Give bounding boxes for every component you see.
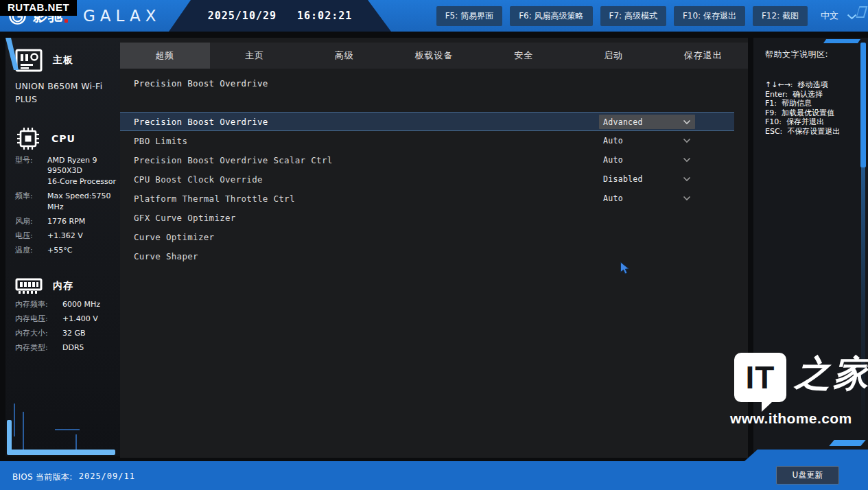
chevron-down-icon	[683, 176, 691, 182]
setting-label: PBO Limits	[134, 136, 187, 146]
cpu-frequency-row: 频率: Max Speed:5750 MHz	[15, 191, 117, 213]
chevron-down-icon	[847, 14, 857, 20]
hotkey-bar: F5: 简易界面 F6: 风扇高级策略 F7: 高级模式 F10: 保存退出 F…	[436, 5, 857, 26]
help-item-enter: Enter: 确认选择	[765, 90, 840, 100]
dropdown-cpu-boost-clock-override[interactable]: Disabled	[599, 170, 695, 189]
tab-boot[interactable]: 启动	[569, 43, 659, 69]
top-bar: 影驰 GALAX 2025/10/29 16:02:21 F5: 简易界面 F6…	[0, 0, 868, 32]
memory-size-row: 内存大小: 32 GB	[15, 328, 117, 339]
setting-row-platform-thermal-throttle[interactable]: Platform Thermal Throttle Ctrl Auto	[120, 189, 748, 208]
motherboard-icon	[15, 49, 43, 72]
memory-frequency-row: 内存频率: 6000 MHz	[15, 299, 117, 310]
setting-row-gfx-curve-optimizer[interactable]: GFX Curve Optimizer	[120, 208, 748, 227]
cpu-voltage-row: 电压: +1.362 V	[15, 231, 117, 242]
sidebar-bottom-bracket	[7, 450, 115, 455]
bios-version-value: 2025/09/11	[79, 471, 135, 483]
chevron-down-icon	[683, 119, 691, 125]
tab-bar: 超频 主页 高级 板载设备 安全 启动 保存退出	[120, 43, 748, 69]
setting-row-curve-optimizer[interactable]: Curve Optimizer	[120, 227, 748, 246]
tab-onboard-devices[interactable]: 板载设备	[389, 43, 479, 69]
bios-version: BIOS 当前版本: 2025/09/11	[12, 471, 135, 483]
help-panel-frame-decoration	[860, 43, 866, 167]
tab-home[interactable]: 主页	[210, 43, 300, 69]
dropdown-value: Advanced	[603, 117, 643, 127]
cpu-fan-row: 风扇: 1776 RPM	[15, 216, 117, 227]
setting-row-cpu-boost-clock-override[interactable]: CPU Boost Clock Override Disabled	[120, 170, 748, 189]
dropdown-precision-boost-overdrive[interactable]: Advanced	[599, 115, 695, 129]
setting-label: Platform Thermal Throttle Ctrl	[134, 194, 295, 204]
setting-label: Curve Optimizer	[134, 232, 214, 242]
help-item-f9: F9: 加载最优设置值	[765, 108, 840, 118]
rutab-watermark-badge: RUTAB.NET	[0, 0, 77, 16]
settings-panel: 超频 主页 高级 板载设备 安全 启动 保存退出 Precision Boost…	[120, 38, 748, 458]
cpu-section-label: CPU	[51, 133, 75, 144]
setting-label: Precision Boost Overdrive	[134, 117, 268, 127]
ithome-logo-cn: 之家	[795, 350, 868, 398]
help-panel-title: 帮助文字说明区:	[765, 49, 828, 60]
chevron-down-icon	[683, 196, 691, 201]
sidebar-line-decoration	[14, 404, 15, 436]
tab-advanced[interactable]: 高级	[299, 43, 389, 69]
chevron-down-icon	[683, 157, 691, 163]
tab-save-exit[interactable]: 保存退出	[658, 43, 748, 69]
motherboard-section-label: 主板	[53, 54, 73, 67]
setting-row-precision-boost-overdrive[interactable]: Precision Boost Overdrive Advanced	[120, 112, 734, 131]
dropdown-value: Auto	[603, 155, 623, 165]
chevron-down-icon	[683, 138, 691, 143]
help-item-f1: F1: 帮助信息	[765, 99, 840, 108]
setting-label: Curve Shaper	[134, 251, 198, 261]
help-item-f10: F10: 保存并退出	[765, 117, 840, 127]
datetime-panel: 2025/10/29 16:02:21	[169, 0, 391, 32]
hotkey-f12-screenshot[interactable]: F12: 截图	[753, 6, 808, 26]
tab-overclocking[interactable]: 超频	[120, 43, 210, 69]
dropdown-value: Auto	[603, 194, 623, 203]
memory-voltage-row: 内存电压: +1.400 V	[15, 314, 117, 325]
memory-type-row: 内存类型: DDR5	[15, 342, 117, 353]
tab-security[interactable]: 安全	[479, 43, 569, 69]
setting-label: GFX Curve Optimizer	[134, 213, 236, 223]
dropdown-value: Auto	[603, 136, 623, 145]
help-panel-frame-decoration	[829, 440, 866, 446]
dropdown-platform-thermal-throttle[interactable]: Auto	[599, 189, 695, 208]
hardware-info-sidebar: 主板 UNION B650M Wi-Fi PLUS CPU 型号: AMD Ry…	[5, 38, 120, 456]
cpu-temperature-row: 温度: +55°C	[15, 245, 117, 256]
motherboard-model: UNION B650M Wi-Fi PLUS	[15, 80, 110, 106]
brand-name-en: GALAX	[83, 7, 161, 25]
memory-section-label: 内存	[53, 280, 73, 292]
ithome-url: www.ithome.com	[730, 410, 852, 427]
system-time: 16:02:21	[297, 10, 352, 22]
hotkey-f5-easy-mode[interactable]: F5: 简易界面	[436, 6, 502, 26]
dropdown-value: Disabled	[603, 174, 643, 184]
ithome-logo-icon: IT	[734, 353, 786, 402]
bios-version-label: BIOS 当前版本:	[12, 471, 73, 483]
sidebar-line-decoration	[55, 429, 80, 430]
cpu-icon	[15, 126, 41, 152]
setting-label: Precision Boost Overdrive Scalar Ctrl	[134, 155, 333, 165]
usb-update-button[interactable]: U盘更新	[776, 466, 839, 485]
setting-label: CPU Boost Clock Override	[134, 174, 263, 185]
section-title: Precision Boost Overdrive	[134, 78, 268, 89]
hotkey-f10-save-exit[interactable]: F10: 保存退出	[674, 6, 745, 26]
brand-trademark-dot	[64, 19, 68, 23]
setting-row-pbo-limits[interactable]: PBO Limits Auto	[120, 131, 748, 150]
memory-section-header: 内存	[5, 277, 120, 296]
language-label: 中文	[821, 10, 838, 22]
help-item-esc: ESC: 不保存设置退出	[765, 127, 840, 137]
settings-list: Precision Boost Overdrive Advanced PBO L…	[120, 112, 748, 266]
dropdown-pbo-scalar-ctrl[interactable]: Auto	[599, 150, 695, 170]
cpu-section-header: CPU	[5, 126, 120, 152]
help-panel-frame-decoration	[823, 39, 860, 43]
help-key-list: ↑↓←→: 移动选项 Enter: 确认选择 F1: 帮助信息 F9: 加载最优…	[765, 80, 840, 136]
help-item-arrows: ↑↓←→: 移动选项	[765, 80, 840, 90]
motherboard-section-header: 主板	[5, 38, 120, 72]
system-date: 2025/10/29	[208, 10, 277, 22]
setting-row-pbo-scalar-ctrl[interactable]: Precision Boost Overdrive Scalar Ctrl Au…	[120, 150, 748, 170]
sidebar-line-decoration	[23, 412, 24, 452]
cpu-model-row: 型号: AMD Ryzen 9 9950X3D 16-Core Processo…	[15, 155, 117, 188]
memory-icon	[15, 277, 43, 296]
language-selector[interactable]: 中文	[821, 10, 857, 22]
hotkey-f6-fan-policy[interactable]: F6: 风扇高级策略	[510, 6, 592, 26]
dropdown-pbo-limits[interactable]: Auto	[599, 131, 695, 150]
setting-row-curve-shaper[interactable]: Curve Shaper	[120, 246, 748, 266]
hotkey-f7-advanced-mode[interactable]: F7: 高级模式	[600, 6, 666, 26]
